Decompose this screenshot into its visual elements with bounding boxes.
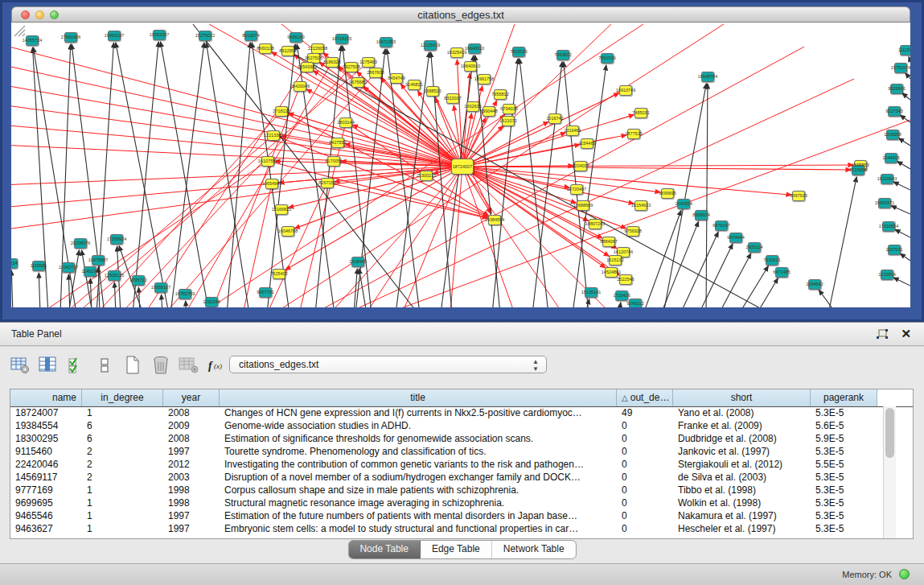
network-node[interactable] xyxy=(890,84,903,94)
select-all-check-icon[interactable] xyxy=(66,355,87,376)
network-node[interactable] xyxy=(205,297,218,307)
network-node[interactable] xyxy=(390,73,403,84)
network-node[interactable] xyxy=(294,81,306,92)
network-hub-node[interactable] xyxy=(451,159,474,175)
network-node[interactable] xyxy=(581,138,593,149)
network-view-canvas[interactable]: 1405572427691406198531971055325715276022… xyxy=(11,23,910,307)
network-node[interactable] xyxy=(265,179,278,189)
network-node[interactable] xyxy=(494,89,507,100)
network-node[interactable] xyxy=(259,287,272,298)
network-node[interactable] xyxy=(619,85,632,96)
tab-node-table[interactable]: Node Table xyxy=(348,541,421,558)
network-node[interactable] xyxy=(574,161,587,171)
network-node[interactable] xyxy=(74,238,87,249)
network-node[interactable] xyxy=(629,299,642,308)
show-columns-icon[interactable] xyxy=(38,355,59,376)
function-builder-icon[interactable]: f (x) xyxy=(207,355,228,376)
network-node[interactable] xyxy=(275,204,288,215)
network-node[interactable] xyxy=(483,106,495,117)
column-header-name[interactable]: name xyxy=(10,389,82,406)
network-node[interactable] xyxy=(701,72,714,82)
import-table-disabled-icon[interactable] xyxy=(179,355,199,376)
network-node[interactable] xyxy=(345,62,358,72)
network-node[interactable] xyxy=(556,50,569,60)
network-node[interactable] xyxy=(261,156,274,167)
network-node[interactable] xyxy=(661,188,674,199)
network-node[interactable] xyxy=(888,106,901,117)
network-node[interactable] xyxy=(327,156,340,167)
row-height-icon[interactable] xyxy=(94,355,115,376)
scrollbar-thumb[interactable] xyxy=(885,408,894,458)
network-node[interactable] xyxy=(275,106,288,117)
network-node[interactable] xyxy=(503,104,515,114)
network-node[interactable] xyxy=(577,200,589,211)
network-node[interactable] xyxy=(259,43,272,54)
network-node[interactable] xyxy=(426,86,439,97)
network-node[interactable] xyxy=(792,191,805,201)
column-header-out_de[interactable]: △out_de… xyxy=(617,389,673,406)
network-node[interactable] xyxy=(619,274,632,285)
network-node[interactable] xyxy=(729,233,742,243)
network-node[interactable] xyxy=(468,43,481,54)
network-node[interactable] xyxy=(566,126,579,136)
network-node[interactable] xyxy=(888,245,901,255)
table-row[interactable]: 1938455462009Genome-wide association stu… xyxy=(10,419,877,432)
network-node[interactable] xyxy=(478,74,491,84)
network-node[interactable] xyxy=(408,80,421,90)
vertical-scrollbar[interactable] xyxy=(883,406,896,538)
table-row[interactable]: 1872400712008Changes of HCN gene express… xyxy=(10,406,877,419)
network-node[interactable] xyxy=(900,45,910,56)
table-row[interactable]: 946554611997Estimation of the future num… xyxy=(10,509,877,522)
network-node[interactable] xyxy=(290,32,302,43)
table-selector-dropdown[interactable]: citations_edges.txt ▲▼ xyxy=(229,356,547,373)
network-node[interactable] xyxy=(108,270,121,281)
network-node[interactable] xyxy=(351,77,364,88)
network-node[interactable] xyxy=(369,68,382,78)
network-node[interactable] xyxy=(894,63,907,73)
network-node[interactable] xyxy=(589,219,602,229)
column-header-in_degree[interactable]: in_degree xyxy=(82,389,163,406)
network-node[interactable] xyxy=(301,62,314,72)
network-node[interactable] xyxy=(808,279,821,290)
network-node[interactable] xyxy=(380,37,392,47)
network-node[interactable] xyxy=(615,290,628,301)
table-row[interactable]: 1456911722003Disruption of a novel membe… xyxy=(10,471,877,484)
network-node[interactable] xyxy=(602,237,615,247)
attribute-table-settings-icon[interactable] xyxy=(10,355,31,376)
network-node[interactable] xyxy=(601,53,614,64)
table-row[interactable]: 1830029562008Estimation of significance … xyxy=(10,432,877,445)
table-row[interactable]: 911546021997Tourette syndrome. Phenomeno… xyxy=(10,445,877,458)
network-node[interactable] xyxy=(311,43,324,54)
network-node[interactable] xyxy=(362,57,375,68)
network-node[interactable] xyxy=(748,242,761,253)
network-node[interactable] xyxy=(881,270,893,280)
network-node[interactable] xyxy=(775,267,788,278)
network-node[interactable] xyxy=(585,287,598,298)
network-node[interactable] xyxy=(695,210,708,220)
table-row[interactable]: 946362711997Embryonic stem cells: a mode… xyxy=(10,522,877,535)
table-row[interactable]: 2242004622012Investigating the contribut… xyxy=(10,458,877,471)
tab-network-table[interactable]: Network Table xyxy=(492,541,576,558)
network-node[interactable] xyxy=(766,255,778,266)
column-header-title[interactable]: title xyxy=(220,389,617,406)
memory-ok-indicator[interactable] xyxy=(899,569,910,579)
network-node[interactable] xyxy=(179,289,191,299)
network-node[interactable] xyxy=(502,116,515,126)
network-node[interactable] xyxy=(488,215,501,225)
network-node[interactable] xyxy=(132,275,145,286)
network-node[interactable] xyxy=(11,258,18,269)
network-node[interactable] xyxy=(882,221,895,232)
network-node[interactable] xyxy=(92,255,105,266)
network-node[interactable] xyxy=(64,32,77,43)
network-node[interactable] xyxy=(326,57,339,68)
float-window-icon[interactable] xyxy=(876,329,889,340)
network-node[interactable] xyxy=(852,165,864,175)
network-node[interactable] xyxy=(281,226,294,237)
network-node[interactable] xyxy=(108,31,121,41)
resize-grip-icon[interactable] xyxy=(11,23,26,37)
close-panel-icon[interactable]: ✕ xyxy=(901,327,911,341)
network-node[interactable] xyxy=(512,47,525,57)
network-node[interactable] xyxy=(62,262,75,273)
network-node[interactable] xyxy=(609,255,622,266)
network-node[interactable] xyxy=(626,226,639,237)
